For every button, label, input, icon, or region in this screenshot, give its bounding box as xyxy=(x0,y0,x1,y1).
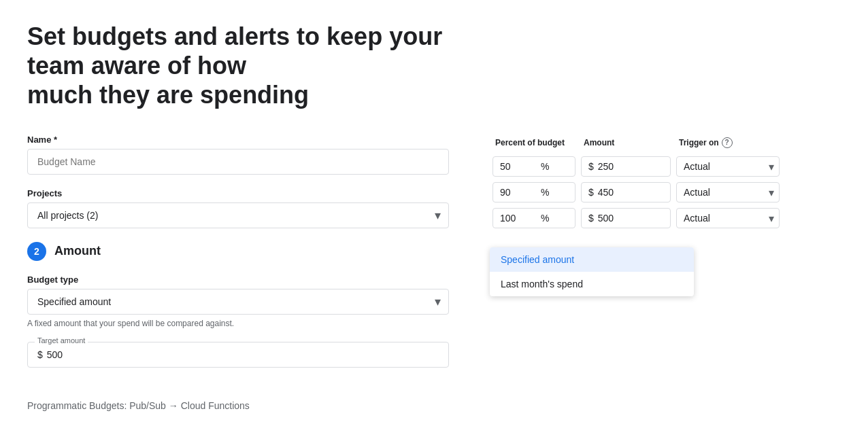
section2-badge: 2 xyxy=(27,242,46,261)
dropdown-item-lastmonth[interactable]: Last month's spend xyxy=(490,272,694,296)
budget-type-label: Budget type xyxy=(27,275,449,285)
amount-cell-1: $ xyxy=(578,156,673,177)
projects-select-wrapper: All projects (2)Project AProject B ▾ xyxy=(27,202,449,228)
section2-title: Amount xyxy=(54,244,101,258)
target-amount-group: Target amount $ xyxy=(27,342,449,368)
alerts-header: Percent of budget Amount Trigger on ? xyxy=(490,135,841,151)
alerts-table: Percent of budget Amount Trigger on ? % xyxy=(490,135,841,228)
col-amount-label: Amount xyxy=(584,138,614,147)
trigger-select-wrapper-1: Actual Forecasted ▾ xyxy=(676,156,780,177)
budget-type-hint: A fixed amount that your spend will be c… xyxy=(27,319,449,328)
amount-currency-2: $ xyxy=(588,187,594,198)
amount-currency-3: $ xyxy=(588,213,594,224)
dropdown-item-specified-label: Specified amount xyxy=(501,254,574,265)
col-amount-header: Amount xyxy=(578,135,673,151)
col-trigger-header: Trigger on ? xyxy=(673,135,782,151)
trigger-select-wrapper-2: Actual Forecasted ▾ xyxy=(676,182,780,202)
budget-type-group: Budget type Specified amountLast month's… xyxy=(27,275,449,328)
trigger-cell-1: Actual Forecasted ▾ xyxy=(673,156,782,177)
name-label: Name * xyxy=(27,135,449,145)
right-panel: Percent of budget Amount Trigger on ? % xyxy=(490,135,841,296)
section2-header: 2 Amount xyxy=(27,242,449,261)
target-amount-wrapper: Target amount $ xyxy=(27,342,449,368)
percent-cell-3: % xyxy=(490,208,578,228)
projects-group: Projects All projects (2)Project AProjec… xyxy=(27,188,449,228)
percent-input-2[interactable] xyxy=(500,187,541,198)
budget-type-dropdown: Specified amount Last month's spend xyxy=(490,247,841,296)
target-amount-inner: $ xyxy=(28,342,448,367)
trigger-help-icon[interactable]: ? xyxy=(722,137,733,148)
amount-currency-1: $ xyxy=(588,161,594,172)
percent-input-1[interactable] xyxy=(500,161,541,172)
col-trigger-label: Trigger on xyxy=(679,138,719,147)
percent-input-wrapper-2: % xyxy=(493,182,575,202)
trigger-select-3[interactable]: Actual Forecasted xyxy=(676,208,780,228)
target-amount-input[interactable] xyxy=(47,349,439,360)
trigger-cell-3: Actual Forecasted ▾ xyxy=(673,208,782,228)
percent-symbol-1: % xyxy=(541,161,549,172)
budget-type-select[interactable]: Specified amountLast month's spend xyxy=(27,289,449,315)
percent-symbol-3: % xyxy=(541,213,549,224)
title-line1: Set budgets and alerts to keep your team… xyxy=(27,22,442,80)
percent-input-wrapper-3: % xyxy=(493,208,575,228)
col-percent-header: Percent of budget xyxy=(490,135,578,151)
name-input[interactable] xyxy=(27,149,449,175)
currency-symbol: $ xyxy=(37,349,43,360)
dropdown-menu: Specified amount Last month's spend xyxy=(490,247,694,296)
page-title: Set budgets and alerts to keep your team… xyxy=(27,22,503,110)
table-row: % $ Actual Forecasted ▾ xyxy=(490,156,841,177)
table-row: % $ Actual Forecasted ▾ xyxy=(490,208,841,228)
col-percent-label: Percent of budget xyxy=(495,138,565,147)
percent-cell-2: % xyxy=(490,182,578,202)
amount-input-1[interactable] xyxy=(598,161,652,172)
table-row: % $ Actual Forecasted ▾ xyxy=(490,182,841,202)
amount-input-wrapper-3: $ xyxy=(581,208,671,228)
trigger-select-wrapper-3: Actual Forecasted ▾ xyxy=(676,208,780,228)
percent-input-3[interactable] xyxy=(500,213,541,224)
amount-input-2[interactable] xyxy=(598,187,652,198)
amount-cell-3: $ xyxy=(578,208,673,228)
percent-cell-1: % xyxy=(490,156,578,177)
amount-input-wrapper-1: $ xyxy=(581,156,671,177)
projects-select[interactable]: All projects (2)Project AProject B xyxy=(27,202,449,228)
percent-input-wrapper-1: % xyxy=(493,156,575,177)
dropdown-item-specified[interactable]: Specified amount xyxy=(490,247,694,272)
dropdown-item-lastmonth-label: Last month's spend xyxy=(501,279,583,289)
amount-cell-2: $ xyxy=(578,182,673,202)
budget-type-select-wrapper: Specified amountLast month's spend ▾ xyxy=(27,289,449,315)
target-amount-label: Target amount xyxy=(35,336,88,345)
amount-input-wrapper-2: $ xyxy=(581,182,671,202)
percent-symbol-2: % xyxy=(541,187,549,198)
title-line2: much they are spending xyxy=(27,81,309,109)
amount-input-3[interactable] xyxy=(598,213,652,224)
programmatic-label: Programmatic Budgets: Pub/Sub → Cloud Fu… xyxy=(27,400,449,411)
trigger-cell-2: Actual Forecasted ▾ xyxy=(673,182,782,202)
name-group: Name * xyxy=(27,135,449,175)
trigger-select-2[interactable]: Actual Forecasted xyxy=(676,182,780,202)
projects-label: Projects xyxy=(27,188,449,198)
trigger-select-1[interactable]: Actual Forecasted xyxy=(676,156,780,177)
left-panel: Name * Projects All projects (2)Project … xyxy=(27,135,449,411)
